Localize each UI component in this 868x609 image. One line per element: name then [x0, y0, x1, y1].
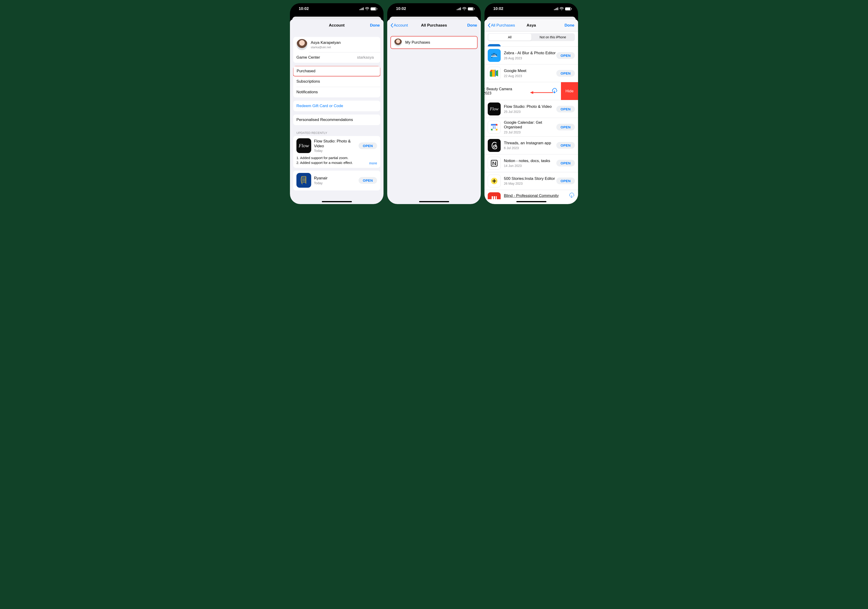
list-row[interactable]: Threads, an Instagram app 6 Jul 2023 OPE… — [485, 137, 578, 155]
game-center-label: Game Center — [296, 55, 357, 60]
chevron-right-icon — [375, 70, 377, 73]
update-app-name: Ryanair — [314, 176, 356, 181]
notifications-row[interactable]: Notifications — [293, 87, 380, 97]
list-row-peek — [485, 43, 578, 46]
app-icon-blind — [488, 192, 501, 199]
back-button[interactable]: Account — [391, 23, 408, 28]
status-bar: 10:02 — [387, 3, 481, 14]
game-center-value: starkasya — [357, 55, 374, 60]
personalised-row[interactable]: Personalised Recommendations — [293, 114, 380, 125]
list-row[interactable]: 500 Stories:Insta Story Editor 26 May 20… — [485, 172, 578, 190]
list-row[interactable]: Zebra - AI Blur & Photo Editor 26 Aug 20… — [485, 46, 578, 64]
svg-rect-11 — [491, 196, 493, 199]
open-button[interactable]: OPEN — [556, 124, 575, 130]
chevron-right-icon — [375, 118, 377, 121]
status-icons — [554, 7, 571, 10]
app-name: Google Meet — [504, 68, 556, 73]
svg-rect-6 — [496, 129, 498, 130]
open-button[interactable]: OPEN — [556, 160, 575, 167]
redeem-label: Redeem Gift Card or Code — [296, 104, 377, 108]
done-button[interactable]: Done — [565, 23, 575, 28]
profile-row[interactable]: Asya Karapetyan starka@ukr.net — [293, 37, 380, 52]
update-card-ryanair[interactable]: Ryanair Today OPEN — [293, 171, 380, 190]
svg-rect-12 — [494, 196, 495, 199]
open-button[interactable]: OPEN — [358, 142, 377, 149]
personalised-label: Personalised Recommendations — [296, 117, 375, 122]
svg-rect-13 — [496, 196, 497, 199]
battery-icon — [468, 8, 474, 10]
app-icon-flow: Flow — [488, 102, 501, 116]
status-time: 10:02 — [396, 6, 406, 11]
app-date: 23 Jul 2023 — [504, 130, 556, 134]
done-button[interactable]: Done — [370, 23, 380, 28]
app-icon-google-calendar: 31 — [488, 121, 501, 134]
list-row[interactable]: 31 Google Calendar: Get Organised 23 Jul… — [485, 118, 578, 137]
update-app-name: Flow Studio: Photo & Video — [314, 139, 356, 149]
my-purchases-label: My Purchases — [405, 40, 472, 45]
nav-bar: All Purchases Asya Done — [485, 19, 578, 31]
cellular-icon — [360, 8, 364, 10]
chevron-right-icon — [375, 56, 377, 59]
app-date: 26 Aug 2023 — [504, 56, 556, 60]
avatar — [296, 39, 307, 50]
done-button[interactable]: Done — [467, 23, 477, 28]
home-indicator[interactable] — [419, 201, 449, 202]
purchases-list-sheet: All Purchases Asya Done All Not on this … — [485, 19, 578, 204]
wifi-icon — [365, 7, 369, 10]
nav-bar: Account All Purchases Done — [387, 19, 481, 31]
status-bar: 10:02 — [290, 3, 383, 14]
open-button[interactable]: OPEN — [556, 142, 575, 149]
page-title: All Purchases — [421, 23, 447, 28]
chevron-left-icon — [391, 23, 393, 28]
page-title: Asya — [527, 23, 536, 28]
account-sheet: Account Done Asya Karapetyan starka@ukr.… — [290, 19, 383, 204]
list-row-swiped[interactable]: Hide Persona: Beauty Camera 16 Aug 2023 — [485, 82, 578, 100]
my-purchases-row[interactable]: My Purchases — [391, 37, 477, 48]
more-button[interactable]: more — [369, 161, 377, 165]
segment-all[interactable]: All — [488, 34, 532, 41]
chevron-right-icon — [375, 91, 377, 94]
list-row[interactable]: Google Meet 22 Aug 2023 OPEN — [485, 64, 578, 82]
open-button[interactable]: OPEN — [556, 70, 575, 77]
purchased-row[interactable]: Purchased — [293, 66, 380, 76]
app-date: 25 Jul 2023 — [504, 110, 556, 114]
all-purchases-sheet: Account All Purchases Done My Purchases — [387, 19, 481, 204]
app-name: Google Calendar: Get Organised — [504, 120, 556, 130]
app-date: 26 May 2023 — [504, 182, 556, 185]
update-notes: 1. Added support for partial zoom. 2. Ad… — [296, 155, 353, 165]
status-icons — [360, 7, 377, 10]
segment-not-on-iphone[interactable]: Not on this iPhone — [532, 34, 575, 41]
app-name: 500 Stories:Insta Story Editor — [504, 176, 556, 181]
status-bar: 10:02 — [485, 3, 578, 14]
purchased-label: Purchased — [297, 69, 375, 73]
nav-bar: Account Done — [290, 19, 383, 31]
home-indicator[interactable] — [322, 201, 352, 202]
subscriptions-label: Subscriptions — [296, 79, 375, 84]
status-time: 10:02 — [493, 6, 503, 11]
open-button[interactable]: OPEN — [556, 178, 575, 184]
hide-button[interactable]: Hide — [561, 82, 578, 100]
segmented-control[interactable]: All Not on this iPhone — [488, 33, 575, 41]
profile-name: Asya Karapetyan — [311, 40, 377, 45]
app-date: 6 Jul 2023 — [504, 146, 556, 150]
app-icon-google-meet — [488, 67, 501, 80]
svg-rect-7 — [496, 124, 498, 125]
home-indicator[interactable] — [516, 201, 546, 202]
back-button[interactable]: All Purchases — [488, 23, 515, 28]
phone-account: 10:02 Account Done Asya Karapetyan stark… — [290, 3, 383, 204]
avatar — [394, 39, 402, 46]
app-date: 22 Aug 2023 — [504, 74, 556, 78]
game-center-row[interactable]: Game Center starkasya — [293, 52, 380, 63]
app-name: Flow Studio: Photo & Video — [504, 104, 556, 109]
list-row[interactable]: Flow Flow Studio: Photo & Video 25 Jul 2… — [485, 100, 578, 118]
cloud-download-icon[interactable] — [568, 193, 575, 199]
list-row[interactable]: Blind - Professional Community — [485, 190, 578, 199]
redeem-row[interactable]: Redeem Gift Card or Code — [293, 100, 380, 111]
open-button[interactable]: OPEN — [556, 52, 575, 59]
app-name: Blind - Professional Community — [504, 193, 568, 198]
subscriptions-row[interactable]: Subscriptions — [293, 76, 380, 87]
update-card-flow[interactable]: Flow Flow Studio: Photo & Video Today OP… — [293, 136, 380, 168]
open-button[interactable]: OPEN — [556, 106, 575, 113]
open-button[interactable]: OPEN — [358, 177, 377, 184]
list-row[interactable]: Notion - notes, docs, tasks 14 Jun 2023 … — [485, 155, 578, 172]
